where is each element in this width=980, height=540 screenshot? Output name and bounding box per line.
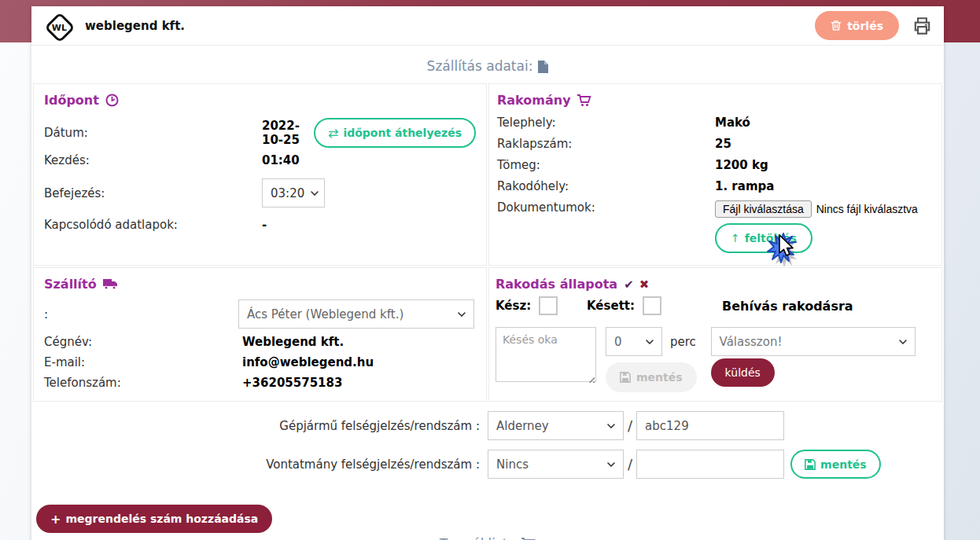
- kuldes-label: küldés: [725, 366, 761, 379]
- checkbox-row: Kész: Késett: Behívás rakodásra: [496, 296, 931, 315]
- kesz-checkbox[interactable]: [539, 296, 558, 315]
- vehicle-mentes-button[interactable]: mentés: [790, 450, 881, 479]
- row-befejezes: Befejezés: 03:20: [44, 178, 476, 208]
- befejezes-select[interactable]: 03:20: [262, 178, 325, 208]
- kezdes-label: Kezdés:: [44, 153, 262, 167]
- row-kapcsolodo: Kapcsolódó adatlapok: -: [44, 218, 476, 232]
- rakodohely-label: Rakodóhely:: [497, 179, 715, 193]
- kesz-group: Kész:: [496, 296, 587, 315]
- row-email: E-mail: info@weblegend.hu: [44, 355, 476, 369]
- panel-idopont: Időpont Dátum: 2022-10-25 ⇄ időpont áthe…: [33, 83, 487, 266]
- panel-idopont-title: Időpont: [44, 93, 476, 108]
- row-contact: : Ács Péter (Weblegend kft.): [44, 299, 476, 329]
- behivas-label: Behívás rakodásra: [722, 299, 853, 314]
- datum-label: Dátum:: [44, 126, 262, 140]
- email-value: info@weblegend.hu: [242, 355, 374, 369]
- row-dokumentumok: Dokumentumok: Fájl kiválasztása Nincs fá…: [497, 200, 931, 253]
- feltoltes-button[interactable]: ↑ feltöltés: [715, 223, 812, 253]
- chevron-down-icon: [899, 340, 907, 344]
- termeklista-title-text: Terméklista: [440, 536, 516, 540]
- telephely-value: Makó: [715, 116, 750, 130]
- vontatmany-select[interactable]: Nincs: [488, 450, 624, 479]
- befejezes-select-value: 03:20: [271, 186, 304, 200]
- row-telephely: Telephely: Makó: [497, 116, 931, 130]
- raklapszam-label: Raklapszám:: [497, 137, 715, 151]
- keses-oka-wrap: [496, 327, 596, 385]
- brand-name: weblegend kft.: [85, 19, 185, 33]
- vontatmany-rendszam-input[interactable]: [636, 450, 784, 479]
- header-actions: törlés: [815, 11, 933, 40]
- chevron-down-icon: [607, 462, 615, 467]
- mentes-disabled-label: mentés: [636, 371, 683, 384]
- file-choose-button[interactable]: Fájl kiválasztása: [715, 200, 812, 218]
- kesett-checkbox[interactable]: [643, 296, 661, 315]
- gepjarmu-select[interactable]: Alderney: [488, 411, 624, 440]
- datum-value: 2022-10-25: [262, 119, 309, 147]
- valasszon-select[interactable]: Válasszon!: [711, 327, 916, 356]
- feltoltes-label: feltöltés: [745, 232, 797, 244]
- add-order-button[interactable]: + megrendelés szám hozzáadása: [36, 505, 272, 533]
- contact-select[interactable]: Ács Péter (Weblegend kft.): [238, 299, 474, 329]
- tomeg-value: 1200 kg: [715, 158, 768, 172]
- document-icon: [538, 59, 548, 73]
- kesett-group: Késett:: [587, 296, 722, 315]
- kuldes-button[interactable]: küldés: [711, 358, 775, 387]
- rakodohely-value: 1. rampa: [715, 179, 774, 193]
- valasszon-select-value: Válasszon!: [720, 335, 783, 349]
- mentes-disabled-button[interactable]: mentés: [606, 362, 697, 392]
- gepjarmu-select-value: Alderney: [496, 419, 549, 433]
- tomeg-label: Tömeg:: [497, 158, 715, 172]
- raklapszam-value: 25: [715, 137, 731, 151]
- row-telefon: Telefonszám: +36205575183: [44, 376, 476, 390]
- panel-rakodas-title: Rakodás állapota ✔ ✖: [496, 277, 931, 292]
- row-kezdes: Kezdés: 01:40: [44, 153, 476, 167]
- telefon-label: Telefonszám:: [44, 376, 242, 390]
- chevron-down-icon: [311, 191, 319, 196]
- row-rakodohely: Rakodóhely: 1. rampa: [497, 179, 931, 193]
- panel-szallito: Szállító : Ács Péter (Weblegend kft.) Cé…: [33, 267, 487, 402]
- contact-label: :: [44, 307, 238, 321]
- kesz-label: Kész:: [496, 299, 531, 313]
- kesett-label: Késett:: [587, 299, 635, 313]
- rakodas-controls: 0 perc mentés Válasszon!: [496, 327, 931, 392]
- contact-select-value: Ács Péter (Weblegend kft.): [247, 307, 403, 321]
- gepjarmu-label: Gépjármű felségjelzés/rendszám :: [31, 419, 480, 433]
- cart-icon: [577, 94, 591, 107]
- panel-rakodas: Rakodás állapota ✔ ✖ Kész: Késett: Behív…: [488, 267, 942, 402]
- check-icon[interactable]: ✔: [624, 277, 634, 292]
- vehicle-mentes-label: mentés: [820, 458, 867, 471]
- panels-grid: Időpont Dátum: 2022-10-25 ⇄ időpont áthe…: [33, 83, 942, 402]
- row-cegnev: Cégnév: Weblegend kft.: [44, 335, 476, 349]
- row-datum: Dátum: 2022-10-25 ⇄ időpont áthelyezés: [44, 118, 476, 148]
- keses-oka-textarea[interactable]: [496, 327, 596, 382]
- vontatmany-row: Vontatmány felségjelzés/rendszám : Nincs…: [31, 450, 944, 479]
- perc-select[interactable]: 0: [606, 327, 662, 356]
- perc-col: 0 perc mentés: [606, 327, 697, 392]
- perc-label: perc: [670, 335, 696, 349]
- rakodas-status-icons: ✔ ✖: [624, 277, 649, 292]
- panel-rakodas-title-text: Rakodás állapota: [496, 277, 617, 292]
- gepjarmu-rendszam-input[interactable]: [636, 411, 784, 440]
- save-icon: [805, 459, 816, 470]
- row-tomeg: Tömeg: 1200 kg: [497, 158, 931, 172]
- transfer-icon: ⇄: [328, 126, 338, 141]
- print-icon[interactable]: [912, 16, 933, 36]
- clock-icon: [105, 94, 119, 107]
- panel-rakomany: Rakomány Telephely: Makó Raklapszám: 25 …: [488, 83, 942, 266]
- delete-button-label: törlés: [847, 20, 883, 32]
- card-header: WL weblegend kft. törlés: [31, 6, 944, 46]
- delete-button[interactable]: törlés: [815, 11, 899, 40]
- panel-szallito-title-text: Szállító: [44, 277, 97, 292]
- chevron-down-icon: [607, 424, 615, 428]
- truck-icon: [103, 278, 118, 290]
- main-card: WL weblegend kft. törlés Szállítás adata…: [31, 6, 944, 540]
- add-order-label: megrendelés szám hozzáadása: [65, 512, 258, 525]
- kapcsolodo-value: -: [262, 218, 267, 232]
- panel-szallito-title: Szállító: [44, 277, 476, 292]
- idopont-athelyezes-button[interactable]: ⇄ időpont áthelyezés: [314, 118, 476, 148]
- x-icon[interactable]: ✖: [639, 277, 650, 292]
- perc-select-value: 0: [614, 335, 622, 349]
- page-title-text: Szállítás adatai:: [427, 58, 533, 74]
- file-input: Fájl kiválasztása Nincs fájl kiválasztva: [715, 200, 918, 218]
- cegnev-label: Cégnév:: [44, 335, 242, 349]
